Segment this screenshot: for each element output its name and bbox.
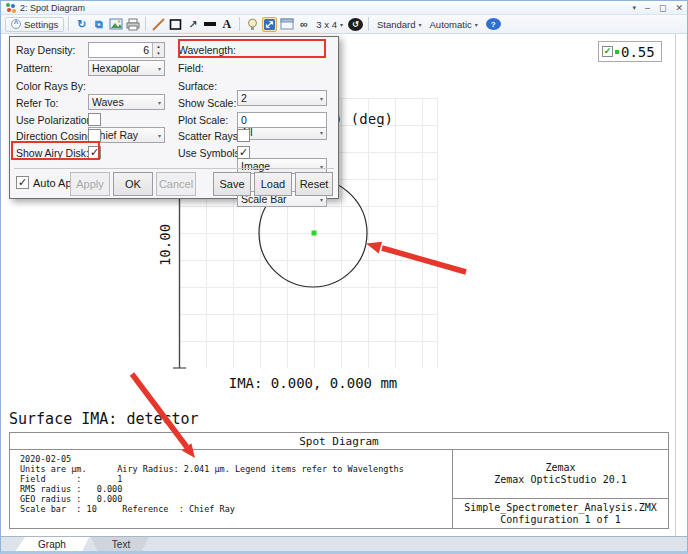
maximize-button[interactable]: ◻ bbox=[659, 1, 666, 15]
load-button[interactable]: Load bbox=[254, 172, 292, 196]
wavelength-value: 2 bbox=[241, 92, 318, 104]
field-label: Surface: bbox=[178, 78, 217, 94]
page-right-divider bbox=[675, 34, 676, 536]
field-label: Pattern: bbox=[16, 60, 53, 76]
ima-coordinates-label: IMA: 0.000, 0.000 mm bbox=[213, 375, 413, 391]
color-rays-by-value: Waves bbox=[92, 96, 156, 108]
plot-scale-value: 0 bbox=[241, 114, 247, 126]
wavelength-dropdown[interactable]: 2 ▾ bbox=[237, 90, 327, 106]
plot-scale-input[interactable]: 0 bbox=[237, 112, 327, 128]
field-label: Use Polarization: bbox=[16, 112, 95, 128]
pattern-value: Hexapolar bbox=[92, 62, 156, 74]
standard-dropdown[interactable]: Standard ▾ bbox=[373, 17, 426, 32]
save-image-icon[interactable] bbox=[108, 17, 123, 32]
wavelength-highlight-box bbox=[178, 39, 326, 58]
settings-panel: Ray Density: Pattern: Color Rays By: Ref… bbox=[9, 36, 339, 199]
settings-toggle-button[interactable]: ^ Settings bbox=[5, 17, 64, 32]
file-cell: Simple_Spectrometer_Analysis.ZMX Configu… bbox=[453, 500, 668, 528]
field-label: Show Scale: bbox=[178, 95, 236, 111]
print-icon[interactable] bbox=[125, 17, 140, 32]
toolbar-separator bbox=[68, 17, 69, 31]
thick-line-tool-icon[interactable] bbox=[202, 17, 217, 32]
arrow-tool-icon[interactable]: ↗ bbox=[185, 17, 200, 32]
configuration-label: Configuration 1 of 1 bbox=[500, 514, 620, 526]
pattern-dropdown[interactable]: Hexapolar ▾ bbox=[88, 60, 165, 76]
scatter-rays-checkbox[interactable] bbox=[237, 129, 250, 142]
legend-checkbox[interactable]: ✓ bbox=[602, 46, 613, 57]
toolbar-separator bbox=[145, 17, 146, 31]
spin-down-icon[interactable]: ▼ bbox=[153, 50, 164, 57]
toolbar-separator bbox=[368, 17, 369, 31]
legend-box: ✓ 0.55 bbox=[598, 41, 662, 62]
tab-text[interactable]: Text bbox=[91, 537, 151, 552]
file-name: Simple_Spectrometer_Analysis.ZMX bbox=[464, 502, 657, 514]
field-label: Plot Scale: bbox=[178, 112, 228, 128]
panel-separator bbox=[14, 168, 334, 169]
cancel-button[interactable]: Cancel bbox=[156, 172, 196, 196]
chevron-up-circle-icon: ^ bbox=[11, 19, 21, 29]
spin-up-icon[interactable]: ▲ bbox=[153, 43, 164, 50]
apply-button[interactable]: Apply bbox=[70, 172, 110, 196]
report-table: Spot Diagram 2020-02-05 Units are µm. Ai… bbox=[9, 432, 669, 529]
use-polarization-checkbox[interactable] bbox=[88, 113, 101, 126]
line-tool-icon[interactable] bbox=[151, 17, 166, 32]
window-menu-dropdown-icon[interactable]: ▾ bbox=[632, 1, 636, 15]
brand-cell: Zemax Zemax OpticStudio 20.1 bbox=[453, 450, 668, 499]
ok-button[interactable]: OK bbox=[113, 172, 153, 196]
ray-density-value: 6 bbox=[89, 43, 152, 57]
grid-layout-label: 3 x 4 bbox=[316, 19, 337, 30]
automatic-dropdown-label: Automatic bbox=[430, 19, 472, 30]
legend-color-swatch bbox=[615, 50, 619, 54]
rectangle-tool-icon[interactable] bbox=[168, 17, 183, 32]
auto-apply-checkbox[interactable] bbox=[16, 176, 29, 189]
brand-line-2: Zemax OpticStudio 20.1 bbox=[494, 474, 626, 486]
automatic-dropdown[interactable]: Automatic ▾ bbox=[426, 17, 482, 32]
lightbulb-icon[interactable] bbox=[245, 17, 260, 32]
stereo-view-icon[interactable]: ∞ bbox=[296, 17, 311, 32]
surface-label: Surface IMA: detector bbox=[9, 410, 199, 428]
toolbar: ^ Settings ↻ ⧉ ↗ A ∞ bbox=[1, 15, 687, 34]
app-icon bbox=[6, 3, 16, 13]
chevron-down-icon: ▾ bbox=[419, 21, 422, 28]
scale-bar-label: 10.00 bbox=[157, 213, 173, 277]
brand-line-1: Zemax bbox=[545, 462, 575, 474]
help-icon[interactable]: ? bbox=[486, 18, 501, 30]
report-right-column: Zemax Zemax OpticStudio 20.1 Simple_Spec… bbox=[452, 450, 668, 528]
field-label: Ray Density: bbox=[16, 42, 76, 58]
close-button[interactable]: ✕ bbox=[675, 1, 683, 15]
reset-button[interactable]: Reset bbox=[295, 172, 333, 196]
minimize-button[interactable]: – bbox=[645, 1, 650, 15]
legend-wavelength-value: 0.55 bbox=[621, 44, 655, 60]
grid-layout-button[interactable]: 3 x 4 ▾ bbox=[312, 17, 347, 32]
chevron-down-icon: ▾ bbox=[320, 95, 323, 102]
save-button[interactable]: Save bbox=[213, 172, 251, 196]
copy-icon[interactable]: ⧉ bbox=[91, 17, 106, 32]
refer-to-value: Chief Ray bbox=[92, 129, 156, 141]
chevron-down-icon: ▾ bbox=[320, 129, 323, 136]
tab-bar: Graph Text bbox=[1, 536, 687, 552]
ray-density-spinner[interactable]: 6 ▲▼ bbox=[88, 42, 165, 58]
copy-window-icon[interactable] bbox=[279, 17, 294, 32]
fit-window-icon[interactable] bbox=[262, 17, 277, 32]
refresh-icon[interactable]: ↻ bbox=[74, 17, 89, 32]
color-rays-by-dropdown[interactable]: Waves ▾ bbox=[88, 94, 165, 110]
chevron-down-icon: ▾ bbox=[158, 65, 161, 72]
text-tool-icon[interactable]: A bbox=[219, 17, 234, 32]
chevron-down-icon: ▾ bbox=[340, 21, 343, 28]
update-icon[interactable]: ↺ bbox=[348, 18, 363, 31]
field-label: Use Symbols: bbox=[178, 145, 243, 161]
field-label: Color Rays By: bbox=[16, 78, 86, 94]
chevron-down-icon: ▾ bbox=[475, 21, 478, 28]
chevron-down-icon: ▾ bbox=[320, 196, 323, 203]
field-label: Field: bbox=[178, 60, 204, 76]
window-title: 2: Spot Diagram bbox=[20, 3, 85, 13]
field-label: Refer To: bbox=[16, 95, 58, 111]
use-symbols-checkbox[interactable] bbox=[237, 146, 250, 159]
settings-button-label: Settings bbox=[24, 19, 58, 30]
chevron-down-icon: ▾ bbox=[158, 132, 161, 139]
surface-value: Image bbox=[241, 160, 318, 172]
tab-graph[interactable]: Graph bbox=[15, 537, 89, 552]
toolbar-separator bbox=[239, 17, 240, 31]
spot-diagram-window: 2: Spot Diagram ▾ – ◻ ✕ ^ Settings ↻ ⧉ ↗ bbox=[0, 0, 688, 554]
chevron-down-icon: ▾ bbox=[158, 99, 161, 106]
